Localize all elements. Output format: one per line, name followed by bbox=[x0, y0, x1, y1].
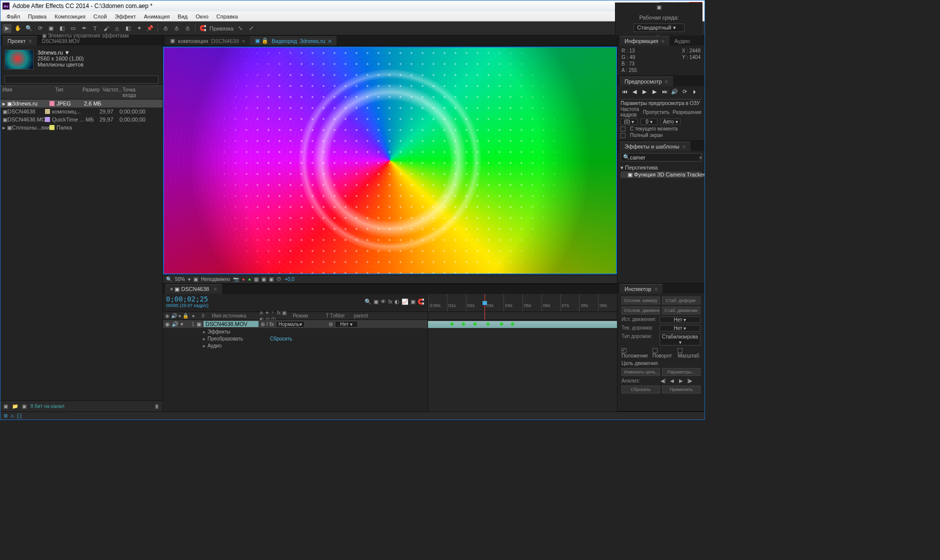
time-offset[interactable]: +0,0 bbox=[284, 276, 294, 282]
selection-tool-icon[interactable]: ▶ bbox=[2, 24, 12, 33]
audio-tab[interactable]: Аудио bbox=[670, 36, 695, 46]
guides-icon[interactable]: ▣ bbox=[262, 276, 266, 282]
first-frame-icon[interactable]: ⏮ bbox=[620, 88, 628, 95]
snap-opt2-icon[interactable]: ⤢ bbox=[246, 24, 256, 33]
layer-bar[interactable] bbox=[428, 321, 617, 328]
time-ruler[interactable]: 3:00s 01s 02s 03s 04s 05s 06s 07s 08s 09… bbox=[428, 294, 617, 312]
menu-edit[interactable]: Правка bbox=[24, 12, 50, 20]
track-motion-button[interactable]: Отслеж. движение bbox=[622, 306, 660, 314]
grid-icon[interactable]: ▦ bbox=[254, 276, 258, 282]
menu-window[interactable]: Окно bbox=[192, 12, 212, 20]
snap-icon[interactable]: 🧲 bbox=[198, 24, 208, 33]
axis-world-icon[interactable]: ⫛ bbox=[172, 24, 181, 33]
analyze-fwd-icon[interactable]: ▶ bbox=[678, 378, 684, 384]
channel-icon[interactable]: ● bbox=[248, 276, 251, 282]
menu-composition[interactable]: Композиция bbox=[50, 12, 90, 20]
scale-checkbox[interactable] bbox=[678, 348, 682, 353]
loop-icon[interactable]: ⟳ bbox=[680, 88, 688, 95]
menu-layer[interactable]: Слой bbox=[90, 12, 111, 20]
reset-link[interactable]: Сбросить bbox=[270, 336, 292, 342]
trash-icon[interactable]: 🗑 bbox=[154, 404, 160, 409]
res-dropdown[interactable]: Авто ▾ bbox=[660, 118, 680, 125]
layer-group[interactable]: ▸Эффекты bbox=[163, 328, 428, 335]
hand-tool-icon[interactable]: ✋ bbox=[14, 24, 22, 33]
rotation-checkbox[interactable] bbox=[652, 348, 658, 353]
project-item-list[interactable]: ▸ ▣3dnews.ru JPEG 2,6 МБ ▣DSCN4638 компо… bbox=[0, 100, 162, 400]
axis-local-icon[interactable]: ⫛ bbox=[161, 24, 170, 33]
warp-stab-button[interactable]: Стаб. деформ. bbox=[662, 296, 700, 304]
viewer-panel[interactable] bbox=[163, 46, 617, 274]
effect-category[interactable]: ▾ Перспектива bbox=[620, 164, 702, 171]
flowchart-icon[interactable]: ⎌ bbox=[11, 413, 14, 418]
project-search-input[interactable] bbox=[4, 76, 158, 84]
render-queue-icon[interactable]: ⚙ bbox=[4, 413, 8, 418]
project-tab[interactable]: Проект≡ bbox=[2, 36, 37, 46]
channel-icon[interactable]: ● bbox=[242, 276, 245, 282]
interpret-footage-icon[interactable]: ▣ bbox=[4, 404, 8, 409]
project-row[interactable]: ▣DSCN4638.MOV QuickTime ... МБ 29,97 0;0… bbox=[0, 116, 162, 124]
viewer-tab-comp[interactable]: ▣ композиция DSCN4638 × bbox=[165, 36, 250, 46]
preview-tab[interactable]: Предпросмотр≡ bbox=[620, 76, 673, 86]
menu-effect[interactable]: Эффект bbox=[111, 12, 140, 20]
viewer-tab-footage[interactable]: ▣ 🔒 Видеоряд 3dnews.ru ≡ bbox=[250, 36, 336, 46]
time-icon[interactable]: ⏱ bbox=[276, 276, 282, 282]
last-frame-icon[interactable]: ⏭ bbox=[660, 88, 668, 95]
magnify-icon[interactable]: 🔍 bbox=[166, 276, 172, 282]
project-row[interactable]: ▣DSCN4638 композиц... 29,97 0;00;00;00 bbox=[0, 108, 162, 116]
edit-target-button[interactable]: Изменить цель... bbox=[622, 368, 660, 376]
tl-mb-icon[interactable]: ◐ bbox=[394, 298, 400, 305]
viewer-canvas[interactable] bbox=[164, 48, 616, 274]
layer-group[interactable]: ▸Аудио bbox=[163, 342, 428, 349]
axis-view-icon[interactable]: ⫛ bbox=[183, 24, 192, 33]
tl-fx-icon[interactable]: fx bbox=[388, 298, 392, 304]
clear-search-icon[interactable]: × bbox=[699, 154, 702, 160]
current-time[interactable]: 0;00;02;25 bbox=[166, 295, 208, 303]
mode-label[interactable]: Неподвижно bbox=[201, 276, 230, 282]
analyze-back-icon[interactable]: ◀| bbox=[660, 378, 666, 384]
tracker-reset-button[interactable]: Сбросить bbox=[622, 386, 660, 394]
play-icon[interactable]: ▶ bbox=[640, 88, 648, 95]
motion-source-dropdown[interactable]: Нет ▾ bbox=[660, 316, 700, 323]
current-track-dropdown[interactable]: Нет ▾ bbox=[660, 325, 700, 332]
options-button[interactable]: Параметры... bbox=[662, 368, 700, 376]
resolution-icon[interactable]: ▣ bbox=[194, 276, 198, 282]
info-tab[interactable]: Информация≡ bbox=[620, 36, 670, 46]
snap-opt1-icon[interactable]: ⤡ bbox=[236, 24, 244, 33]
tl-comp-icon[interactable]: ▣ bbox=[374, 298, 378, 305]
tl-draft3d-icon[interactable]: ▣ bbox=[410, 298, 416, 305]
next-frame-icon[interactable]: ▶ bbox=[650, 88, 658, 95]
menu-view[interactable]: Вид bbox=[174, 12, 192, 20]
timeline-tab[interactable]: × ▣ DSCN4638 ≡ bbox=[165, 284, 222, 294]
tl-shy-icon[interactable]: 👁 bbox=[380, 298, 386, 304]
snapshot-icon[interactable]: 📷 bbox=[233, 276, 239, 282]
menu-file[interactable]: Файл bbox=[2, 12, 24, 20]
new-comp-icon[interactable]: ▣ bbox=[22, 404, 26, 409]
tl-snap-icon[interactable]: 🧲 bbox=[418, 298, 424, 305]
fullscreen-checkbox[interactable] bbox=[620, 133, 626, 138]
fps-dropdown[interactable]: (0) ▾ bbox=[620, 118, 638, 125]
parent-dropdown[interactable]: Нет ▾ bbox=[335, 321, 358, 328]
track-camera-button[interactable]: Отслеж. камеру bbox=[622, 296, 660, 304]
project-row[interactable]: ▸ ▣Сплошны...вки Папка bbox=[0, 124, 162, 132]
tl-graph-icon[interactable]: 📈 bbox=[402, 298, 408, 305]
menu-help[interactable]: Справка bbox=[212, 12, 242, 20]
blend-mode-dropdown[interactable]: Нормаль▾ bbox=[276, 321, 304, 328]
project-row[interactable]: ▸ ▣3dnews.ru JPEG 2,6 МБ bbox=[0, 100, 162, 108]
ram-preview-icon[interactable]: ⏵ bbox=[690, 88, 698, 95]
tab-menu-icon[interactable]: ≡ bbox=[328, 38, 332, 44]
zoom-tool-icon[interactable]: 🔍 bbox=[24, 24, 34, 33]
from-current-checkbox[interactable] bbox=[620, 126, 626, 132]
layer-list[interactable]: ◉ 🔊 ▾ 1 ▣ DSCN4638.MOV ⊕ / fx Нормаль▾ ⊚… bbox=[163, 320, 428, 412]
new-folder-icon[interactable]: 📁 bbox=[12, 404, 18, 409]
stab-motion-button[interactable]: Стаб. движение bbox=[662, 306, 700, 314]
prev-frame-icon[interactable]: ◀ bbox=[630, 88, 638, 95]
analyze-rev-icon[interactable]: ◀ bbox=[668, 378, 676, 384]
zoom-value[interactable]: 50% bbox=[175, 276, 185, 282]
tracker-tab[interactable]: Инспектор≡ bbox=[620, 284, 662, 294]
layer-row[interactable]: ◉ 🔊 ▾ 1 ▣ DSCN4638.MOV ⊕ / fx Нормаль▾ ⊚… bbox=[163, 320, 428, 328]
analyze-next-icon[interactable]: |▶ bbox=[686, 378, 694, 384]
tl-search-icon[interactable]: 🔍 bbox=[364, 298, 372, 305]
effects-tree[interactable]: ▾ Перспектива ▣ Функция 3D Camera Tracke… bbox=[618, 164, 704, 179]
layer-group[interactable]: ▸ПреобразоватьСбросить bbox=[163, 335, 428, 342]
effects-search-input[interactable] bbox=[630, 154, 699, 160]
